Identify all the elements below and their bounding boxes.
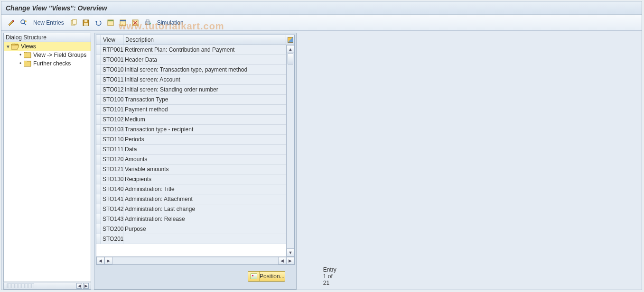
row-selector[interactable]	[96, 75, 101, 84]
table-row[interactable]: STO121Variable amounts	[96, 164, 286, 174]
row-selector[interactable]	[96, 155, 101, 164]
table-row[interactable]: STO143Administration: Release	[96, 214, 286, 224]
table-row[interactable]: STO001Header Data	[96, 55, 286, 65]
cell-view[interactable]: STO102	[101, 115, 123, 124]
tree-node-views[interactable]: ▼ Views	[4, 42, 91, 51]
table-row[interactable]: STO130Recipients	[96, 174, 286, 184]
copy-button[interactable]	[69, 18, 78, 27]
table-row[interactable]: STO010Initial screen: Transaction type, …	[96, 65, 286, 75]
collapse-icon[interactable]: ▼	[5, 44, 11, 49]
cell-view[interactable]: STO101	[101, 105, 123, 114]
row-selector[interactable]	[96, 85, 101, 94]
toggle-display-change-button[interactable]	[7, 18, 16, 27]
scroll-track[interactable]	[287, 53, 294, 248]
cell-description[interactable]: Initial screen: Account	[123, 75, 286, 84]
grid-body[interactable]: RTP001Retirement Plan: Contribution and …	[96, 45, 286, 256]
select-all-button[interactable]	[106, 18, 115, 27]
cell-description[interactable]	[123, 234, 286, 244]
table-row[interactable]: STO101Payment method	[96, 105, 286, 115]
row-selector[interactable]	[96, 184, 101, 194]
cell-description[interactable]: Data	[123, 145, 286, 154]
column-header-description[interactable]: Description	[123, 35, 286, 45]
row-selector[interactable]	[96, 105, 101, 114]
table-row[interactable]: STO102Medium	[96, 115, 286, 125]
tree-node-further-checks[interactable]: • Further checks	[4, 59, 91, 68]
undo-button[interactable]	[93, 18, 103, 27]
cell-description[interactable]: Administration: Title	[123, 184, 286, 194]
cell-view[interactable]: STO111	[101, 145, 123, 154]
cell-view[interactable]: STO012	[101, 85, 123, 94]
row-selector[interactable]	[96, 214, 101, 224]
resize-grip[interactable]	[7, 283, 34, 288]
table-row[interactable]: STO110Periods	[96, 135, 286, 145]
cell-description[interactable]: Amounts	[123, 155, 286, 164]
vertical-scrollbar[interactable]: ▲ ▼	[286, 45, 294, 256]
cell-view[interactable]: STO103	[101, 125, 123, 134]
cell-description[interactable]: Administration: Release	[123, 214, 286, 224]
row-selector[interactable]	[96, 55, 101, 64]
cell-description[interactable]: Medium	[123, 115, 286, 124]
cell-description[interactable]: Administration: Attachment	[123, 194, 286, 204]
cell-description[interactable]: Payment method	[123, 105, 286, 114]
row-selector[interactable]	[96, 45, 101, 55]
table-row[interactable]: STO140Administration: Title	[96, 184, 286, 194]
scroll-down-button[interactable]: ▼	[287, 248, 294, 256]
scroll-right-button[interactable]: ▶	[83, 283, 89, 289]
table-row[interactable]: STO142Administration: Last change	[96, 204, 286, 214]
row-selector[interactable]	[96, 164, 101, 174]
row-selector[interactable]	[96, 234, 101, 244]
row-selector[interactable]	[96, 135, 101, 144]
cell-description[interactable]: Administration: Last change	[123, 204, 286, 214]
cell-view[interactable]: STO201	[101, 234, 123, 244]
table-row[interactable]: STO200Purpose	[96, 224, 286, 234]
configure-columns-button[interactable]	[286, 35, 294, 45]
position-button[interactable]: Position...	[248, 271, 285, 282]
scroll-thumb[interactable]	[288, 53, 293, 64]
deselect-all-button[interactable]	[118, 18, 128, 27]
select-all-column[interactable]	[96, 35, 101, 45]
row-selector[interactable]	[96, 145, 101, 154]
table-row[interactable]: STO141Administration: Attachment	[96, 194, 286, 204]
cell-view[interactable]: STO010	[101, 65, 123, 74]
cell-view[interactable]: RTP001	[101, 45, 123, 55]
cell-view[interactable]: STO011	[101, 75, 123, 84]
table-row[interactable]: STO111Data	[96, 145, 286, 155]
table-row[interactable]: STO201	[96, 234, 286, 244]
cell-view[interactable]: STO200	[101, 224, 123, 234]
row-selector[interactable]	[96, 174, 101, 184]
cell-description[interactable]: Purpose	[123, 224, 286, 234]
cell-description[interactable]: Variable amounts	[123, 164, 286, 174]
tree-node-field-groups[interactable]: • View -> Field Groups	[4, 51, 91, 59]
row-selector[interactable]	[96, 115, 101, 124]
cell-view[interactable]: STO001	[101, 55, 123, 64]
scroll-left-button[interactable]: ◀	[96, 257, 104, 265]
cell-view[interactable]: STO141	[101, 194, 123, 204]
print-button[interactable]	[143, 18, 152, 27]
cell-view[interactable]: STO120	[101, 155, 123, 164]
cell-description[interactable]: Transaction Type	[123, 95, 286, 104]
simulation-button[interactable]: Simulation	[155, 19, 186, 26]
dialog-structure-tree[interactable]: ▼ Views • View -> Field Groups • Further…	[3, 42, 91, 282]
cell-view[interactable]: STO140	[101, 184, 123, 194]
table-row[interactable]: RTP001Retirement Plan: Contribution and …	[96, 45, 286, 55]
cell-description[interactable]: Header Data	[123, 55, 286, 64]
row-selector[interactable]	[96, 204, 101, 214]
cell-description[interactable]: Recipients	[123, 174, 286, 184]
cell-view[interactable]: STO100	[101, 95, 123, 104]
table-row[interactable]: STO100Transaction Type	[96, 95, 286, 105]
row-selector[interactable]	[96, 125, 101, 134]
new-entries-button[interactable]: New Entries	[31, 19, 66, 26]
column-header-view[interactable]: View	[101, 35, 123, 45]
cell-description[interactable]: Initial screen: Transaction type, paymen…	[123, 65, 286, 74]
table-row[interactable]: STO103Transaction type - recipient	[96, 125, 286, 135]
cell-view[interactable]: STO143	[101, 214, 123, 224]
cell-description[interactable]: Retirement Plan: Contribution and Paymen…	[123, 45, 286, 55]
cell-view[interactable]: STO110	[101, 135, 123, 144]
table-row[interactable]: STO011Initial screen: Account	[96, 75, 286, 85]
row-selector[interactable]	[96, 224, 101, 234]
row-selector[interactable]	[96, 95, 101, 104]
cell-view[interactable]: STO121	[101, 164, 123, 174]
scroll-right-button[interactable]: ▶	[104, 257, 112, 265]
cell-description[interactable]: Periods	[123, 135, 286, 144]
delete-button[interactable]	[131, 18, 140, 27]
